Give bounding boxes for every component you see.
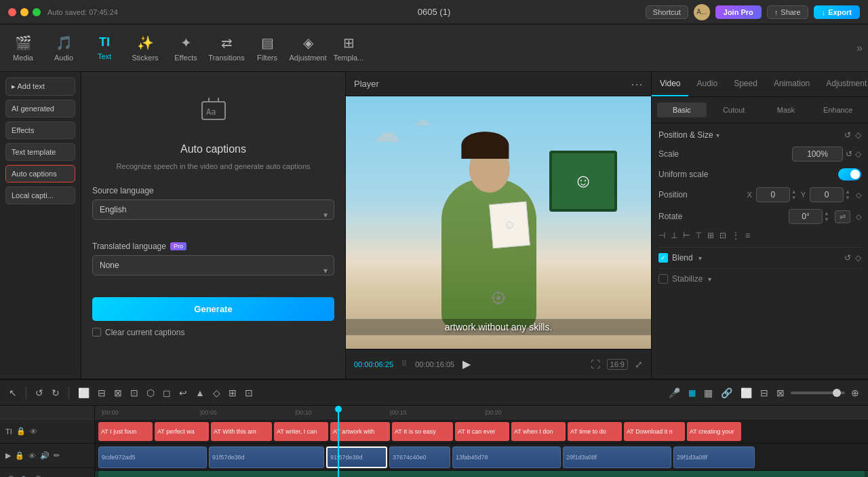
add-text-button[interactable]: ▸ Add text [5,77,75,96]
crop-frame-tool[interactable]: ⊞ [226,385,239,400]
text-lock-icon[interactable]: 🔒 [16,427,26,436]
clear-captions-checkbox[interactable] [92,328,101,337]
transition-tool-2[interactable]: ⊠ [774,385,787,400]
rotate-keyframe-icon[interactable]: ◇ [856,212,861,221]
split-tool[interactable]: ⬜ [76,385,92,400]
text-eye-icon[interactable]: 👁 [30,427,37,436]
avatar[interactable]: A... [694,4,710,20]
x-up-arrow[interactable]: ▲ [791,189,797,195]
playhead-handle[interactable] [335,406,342,413]
delete-tool[interactable]: ⊡ [128,385,140,400]
generate-button[interactable]: Generate [92,297,334,321]
redo-button[interactable]: ↻ [50,385,62,400]
rotate-down-arrow[interactable]: ▼ [824,217,829,223]
stabilize-checkbox[interactable] [658,274,668,284]
position-size-expand[interactable]: ▾ [716,132,719,139]
split-screen-tool[interactable]: ⬜ [738,385,754,400]
text-clip-4[interactable]: AT artwork with [330,422,390,441]
align-right-icon[interactable]: ⊢ [683,231,690,240]
x-position-input[interactable] [756,187,790,202]
audio-waveform[interactable]: 🎵 I just foun 🎵 perfect wa 🎵 With this a… [98,471,865,477]
tab-animation[interactable]: Animation [766,72,818,96]
fullscreen-fit-icon[interactable]: ⛶ [591,359,600,370]
keyframe-icon[interactable]: ◇ [855,130,861,140]
video-edit-icon[interactable]: ✏ [54,451,60,460]
track-type-2[interactable]: ▦ [702,385,715,400]
blend-keyframe-icon[interactable]: ◇ [855,253,861,263]
subtab-enhance[interactable]: Enhance [813,102,863,117]
scale-reset-icon[interactable]: ↺ [846,149,852,159]
shortcut-button[interactable]: Shortcut [646,5,688,19]
reverse-tool[interactable]: ↩ [177,385,189,400]
mic-icon[interactable]: 🎤 [667,385,682,400]
toolbar-expand-icon[interactable]: » [856,42,863,54]
align-center-h-icon[interactable]: ⊥ [671,231,677,240]
video-clip-1[interactable]: 91f57de38d [209,446,324,468]
track-type-1[interactable]: ▦ [686,386,698,400]
toolbar-item-text[interactable]: TI Text [84,28,125,69]
fit-tool[interactable]: ⊟ [758,385,770,400]
subtab-cutout[interactable]: Cutout [709,102,759,117]
y-down-arrow[interactable]: ▼ [845,195,850,201]
video-clip-3[interactable]: 37674c40e0 [389,446,450,468]
join-pro-button[interactable]: Join Pro [715,5,762,19]
local-captions-button[interactable]: Local capti... [5,187,75,204]
player-recenter-icon[interactable] [490,290,507,308]
video-lock-icon[interactable]: 🔒 [15,451,24,460]
distribute-h-icon[interactable]: ⋮ [732,231,740,240]
rotate-input[interactable] [789,209,823,224]
rotate-flip-icon[interactable]: ⇌ [835,210,850,223]
toolbar-item-templates[interactable]: ⊞ Templa... [328,28,369,69]
video-clip-6[interactable]: 29f1d3a08f [673,446,755,468]
effects-button[interactable]: Effects [5,121,75,139]
freeze-tool[interactable]: ◻ [161,385,173,400]
transform-tool[interactable]: ⊡ [243,385,255,400]
fullscreen-button[interactable] [33,8,41,16]
y-position-input[interactable] [810,187,844,202]
text-clip-0[interactable]: AT I just foun [98,422,153,441]
diamond-tool[interactable]: ◇ [211,385,222,400]
text-template-button[interactable]: Text template [5,143,75,161]
text-clip-6[interactable]: AT It can ever [455,422,509,441]
playhead[interactable] [338,406,339,477]
subtab-basic[interactable]: Basic [657,102,707,117]
align-top-icon[interactable]: ⊤ [695,231,702,240]
text-clip-3[interactable]: AT writer, I can [274,422,328,441]
play-button[interactable]: ▶ [462,358,471,370]
export-button[interactable]: ↓ Export [814,5,860,19]
video-clip-4[interactable]: 13fab45d78 [452,446,561,468]
text-clip-2[interactable]: AT With this am [211,422,272,441]
text-clip-7[interactable]: AT when I don [511,422,566,441]
reset-icon[interactable]: ↺ [844,130,851,140]
zoom-slider[interactable] [791,392,845,394]
uniform-scale-toggle[interactable] [838,168,861,180]
video-eye-icon[interactable]: 👁 [28,452,36,460]
add-track-icon[interactable]: ⊕ [849,385,861,400]
blend-checkbox[interactable]: ✓ [658,253,668,263]
cursor-tool[interactable]: ↖ [7,385,19,400]
toolbar-item-transitions[interactable]: ⇄ Transitions [206,28,247,69]
text-clip-9[interactable]: AT Download it n [624,422,685,441]
player-menu-icon[interactable]: ⋯ [631,77,643,92]
text-clip-8[interactable]: AT time to do [568,422,622,441]
scale-input[interactable] [792,147,843,161]
minimize-button[interactable] [20,8,28,16]
aspect-ratio-label[interactable]: 16:9 [607,359,628,370]
blend-reset-icon[interactable]: ↺ [844,253,851,263]
close-button[interactable] [8,8,16,16]
split-v-tool[interactable]: ⊠ [112,385,124,400]
stabilize-expand-icon[interactable]: ▾ [708,275,711,283]
tab-audio[interactable]: Audio [688,72,726,96]
split-alt-tool[interactable]: ⊟ [96,385,108,400]
align-left-icon[interactable]: ⊣ [658,231,665,240]
subtab-mask[interactable]: Mask [762,102,811,117]
y-up-arrow[interactable]: ▲ [845,189,850,195]
ai-generated-button[interactable]: AI generated [5,100,75,117]
video-clip-0[interactable]: 9cde972ad5 [98,446,207,468]
color-tool[interactable]: ▲ [193,385,207,400]
link-tool[interactable]: 🔗 [719,385,734,400]
share-button[interactable]: ↑ Share [767,5,808,19]
source-language-select[interactable]: English Chinese Spanish French Japanese [92,199,334,220]
tab-video[interactable]: Video [652,72,688,96]
text-clip-10[interactable]: AT creating your [687,422,741,441]
